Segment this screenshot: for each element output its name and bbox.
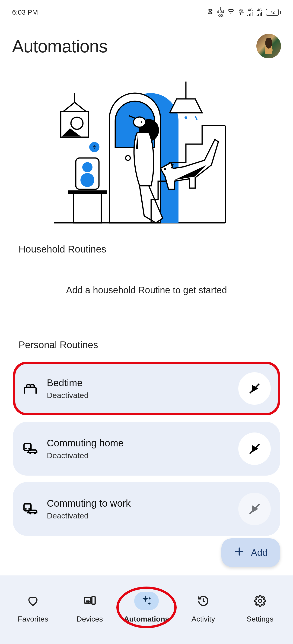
svg-rect-45 <box>92 596 95 604</box>
svg-point-38 <box>28 508 30 510</box>
commute-icon <box>22 440 39 457</box>
fab-label: Add <box>251 548 267 558</box>
household-routines-section: Household Routines <box>0 234 293 260</box>
svg-point-16 <box>80 173 94 187</box>
svg-point-46 <box>88 601 89 602</box>
commute-icon <box>22 501 39 517</box>
svg-rect-3 <box>250 13 251 16</box>
svg-point-40 <box>34 512 36 514</box>
status-indicators: 1 4.34 K/S Vo LTE 4G 4G 72 <box>207 7 281 18</box>
nav-label: Settings <box>247 615 273 624</box>
svg-point-0 <box>209 11 211 12</box>
svg-point-37 <box>25 508 27 510</box>
svg-rect-2 <box>249 14 250 16</box>
nav-label: Favorites <box>18 615 49 624</box>
add-routine-fab[interactable]: Add <box>221 538 280 567</box>
nav-activity[interactable]: Activity <box>175 592 231 624</box>
signal-1: 4G <box>247 8 253 16</box>
status-bar: 6:03 PM 1 4.34 K/S Vo LTE 4G 4G 72 <box>0 0 293 20</box>
nav-settings[interactable]: Settings <box>231 592 288 624</box>
routine-title: Commuting to work <box>47 498 230 509</box>
plus-icon <box>234 546 244 559</box>
routine-status: Deactivated <box>47 511 230 520</box>
bottom-navigation: Favorites Devices Automations Activity S… <box>0 576 293 644</box>
svg-point-12 <box>71 117 83 129</box>
svg-rect-6 <box>258 14 259 16</box>
wifi-icon <box>227 8 234 16</box>
routine-title: Commuting home <box>47 438 230 449</box>
svg-point-27 <box>164 168 166 170</box>
nav-automations[interactable]: Automations <box>118 592 175 624</box>
page-header: Automations <box>0 20 293 63</box>
routine-commuting-to-work[interactable]: Commuting to work Deactivated <box>13 482 280 536</box>
routines-list: Bedtime Deactivated Commuting home Deact… <box>0 362 293 536</box>
household-empty-message[interactable]: Add a household Routine to get started <box>0 260 293 330</box>
nav-devices[interactable]: Devices <box>62 592 118 624</box>
nav-label: Automations <box>124 615 169 624</box>
heart-icon <box>21 592 45 610</box>
status-time: 6:03 PM <box>12 8 38 16</box>
routine-commuting-home[interactable]: Commuting home Deactivated <box>13 422 280 476</box>
svg-point-47 <box>87 601 88 602</box>
sparkle-icon <box>134 592 159 610</box>
nav-label: Devices <box>77 615 103 624</box>
hero-illustration <box>0 63 293 234</box>
personal-section-title: Personal Routines <box>19 339 274 350</box>
svg-point-15 <box>82 162 93 172</box>
page-title: Automations <box>12 36 107 56</box>
svg-point-34 <box>34 452 36 454</box>
play-routine-button[interactable] <box>238 432 271 465</box>
svg-point-13 <box>89 142 99 152</box>
svg-rect-5 <box>257 15 257 16</box>
routine-status: Deactivated <box>47 391 230 400</box>
personal-routines-section: Personal Routines <box>0 330 293 355</box>
hotspot-icon <box>207 8 214 16</box>
svg-point-22 <box>141 122 142 123</box>
household-section-title: Household Routines <box>19 244 274 255</box>
net-speed: 1 4.34 K/S <box>217 7 224 18</box>
svg-point-33 <box>30 452 31 454</box>
svg-point-31 <box>25 448 27 450</box>
play-routine-button[interactable] <box>238 372 271 405</box>
history-icon <box>191 592 216 610</box>
volte-indicator: Vo LTE <box>238 8 244 16</box>
devices-icon <box>77 592 102 610</box>
svg-rect-18 <box>74 194 101 223</box>
battery-indicator: 72 <box>266 9 281 16</box>
routine-status: Deactivated <box>47 451 230 460</box>
bed-icon <box>22 380 39 396</box>
profile-avatar[interactable] <box>256 34 281 58</box>
svg-rect-8 <box>261 12 262 16</box>
play-routine-button[interactable] <box>238 493 271 525</box>
routine-title: Bedtime <box>47 377 230 388</box>
svg-point-24 <box>184 116 187 119</box>
signal-2: 4G <box>257 8 263 16</box>
svg-point-39 <box>30 512 31 514</box>
svg-rect-1 <box>247 15 248 16</box>
svg-point-48 <box>258 599 261 602</box>
svg-line-26 <box>195 116 197 120</box>
nav-label: Activity <box>191 615 215 624</box>
svg-rect-4 <box>252 12 253 16</box>
routine-bedtime[interactable]: Bedtime Deactivated <box>13 362 280 415</box>
nav-favorites[interactable]: Favorites <box>5 592 62 624</box>
svg-point-32 <box>28 448 30 450</box>
svg-rect-7 <box>260 13 260 16</box>
gear-icon <box>248 592 272 610</box>
